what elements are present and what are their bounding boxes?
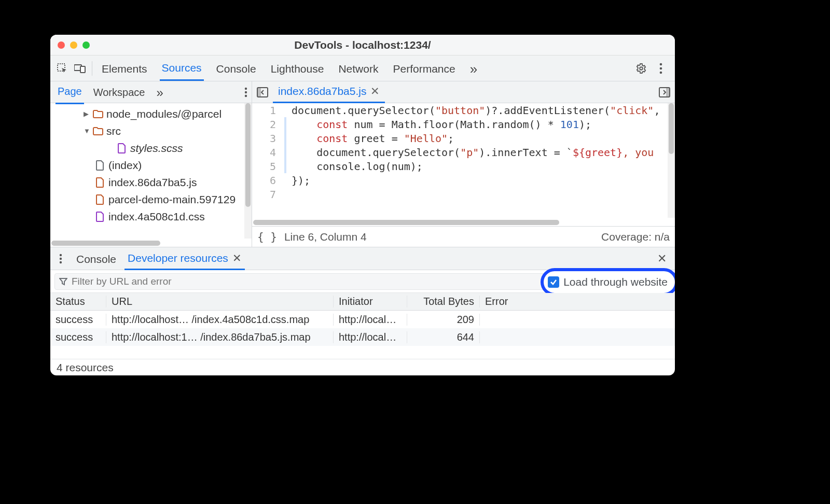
toggle-sidebar-icon[interactable]: [657, 85, 672, 100]
kebab-menu-icon[interactable]: [652, 60, 670, 77]
format-button[interactable]: { }: [257, 231, 277, 243]
window-controls: [50, 41, 90, 49]
col-url[interactable]: URL: [106, 296, 334, 307]
file-js-icon: [95, 194, 105, 205]
exec-marker: [284, 187, 286, 201]
file-css-icon: [95, 212, 105, 222]
code-text: });: [292, 174, 310, 187]
line-number: 2: [252, 118, 284, 131]
load-through-website-highlight: Load through website: [541, 268, 675, 296]
svg-point-8: [245, 91, 247, 93]
nav-tabs-overflow-icon[interactable]: »: [154, 80, 165, 105]
svg-rect-11: [257, 88, 261, 97]
code-line[interactable]: 5 console.log(num);: [252, 159, 675, 173]
tree-label: parcel-demo-main.597129: [108, 193, 236, 206]
cell-bytes: 644: [407, 331, 480, 343]
code-line[interactable]: 6});: [252, 173, 675, 187]
drawer-close-icon[interactable]: ✕: [657, 252, 672, 265]
col-status[interactable]: Status: [50, 296, 106, 307]
tab-network[interactable]: Network: [336, 57, 380, 80]
tree-item[interactable]: parcel-demo-main.597129: [50, 191, 252, 208]
tree-label: index.86da7ba5.js: [108, 176, 197, 189]
line-number: 3: [252, 132, 284, 145]
col-initiator[interactable]: Initiator: [334, 296, 407, 307]
devtools-window: DevTools - localhost:1234/ Elements Sour…: [50, 35, 675, 375]
minimize-window-button[interactable]: [70, 41, 77, 49]
code-line[interactable]: 3 const greet = "Hello";: [252, 131, 675, 145]
table-row[interactable]: successhttp://localhost… /index.4a508c1d…: [50, 311, 675, 328]
tree-item[interactable]: (index): [50, 157, 252, 174]
device-toolbar-icon[interactable]: [71, 60, 89, 77]
resources-table: Status URL Initiator Total Bytes Error s…: [50, 293, 675, 359]
nav-hscrollbar[interactable]: [50, 240, 252, 247]
table-row[interactable]: successhttp://localhost:1… /index.86da7b…: [50, 328, 675, 346]
nav-tab-workspace[interactable]: Workspace: [91, 81, 147, 103]
tree-label: index.4a508c1d.css: [108, 211, 205, 223]
tree-item[interactable]: ▼src: [50, 122, 252, 139]
col-error[interactable]: Error: [480, 296, 675, 307]
close-tab-icon[interactable]: ✕: [370, 85, 380, 97]
nav-vscrollbar[interactable]: [244, 103, 252, 239]
col-bytes[interactable]: Total Bytes: [407, 296, 480, 307]
code-line[interactable]: 2 const num = Math.floor(Math.random() *…: [252, 117, 675, 131]
code-text: const greet = "Hello";: [292, 132, 454, 145]
tree-label: node_modules/@parcel: [106, 108, 222, 120]
expand-arrow-icon[interactable]: ▼: [84, 127, 90, 135]
sources-panel: Page Workspace » ▶node_modules/@parcel▼s…: [50, 81, 675, 247]
tree-label: styles.scss: [130, 142, 183, 155]
cell-initiator: http://local…: [334, 331, 407, 343]
tree-item[interactable]: ▶node_modules/@parcel: [50, 105, 252, 122]
exec-marker: [284, 173, 286, 187]
tab-sources[interactable]: Sources: [160, 56, 204, 81]
tabs-overflow-icon[interactable]: »: [468, 57, 479, 80]
exec-marker: [284, 103, 286, 117]
editor-hscrollbar[interactable]: [252, 219, 668, 226]
tab-elements[interactable]: Elements: [100, 57, 149, 80]
drawer-tab-devres[interactable]: Developer resources ✕: [125, 247, 245, 270]
file-icon: [95, 160, 105, 171]
divider: [92, 61, 92, 76]
exec-marker: [284, 145, 286, 159]
coverage-status: Coverage: n/a: [601, 231, 670, 243]
line-number: 5: [252, 160, 284, 173]
tree-item[interactable]: styles.scss: [50, 139, 252, 157]
svg-point-4: [660, 63, 662, 65]
navigator-tabs: Page Workspace »: [50, 81, 252, 103]
toggle-nav-icon[interactable]: [255, 85, 270, 100]
drawer-tab-close-icon[interactable]: ✕: [232, 252, 242, 264]
cell-bytes: 209: [407, 314, 480, 326]
svg-point-14: [60, 254, 62, 256]
drawer-filter-row: Load through website: [50, 270, 675, 293]
svg-point-15: [60, 257, 62, 259]
code-line[interactable]: 7: [252, 187, 675, 201]
file-tree[interactable]: ▶node_modules/@parcel▼srcstyles.scss(ind…: [50, 103, 252, 247]
nav-more-icon[interactable]: [244, 87, 252, 97]
settings-icon[interactable]: [632, 60, 650, 77]
cell-url: http://localhost:1… /index.86da7ba5.js.m…: [106, 331, 334, 343]
load-through-website-checkbox[interactable]: [548, 276, 559, 288]
editor-vscrollbar[interactable]: [668, 103, 675, 218]
expand-arrow-icon[interactable]: ▶: [84, 110, 90, 118]
tab-performance[interactable]: Performance: [391, 57, 457, 80]
editor-statusbar: { } Line 6, Column 4 Coverage: n/a: [252, 226, 675, 247]
inspect-element-icon[interactable]: [53, 60, 71, 77]
titlebar: DevTools - localhost:1234/: [50, 35, 675, 55]
code-line[interactable]: 4 document.querySelector("p").innerText …: [252, 145, 675, 159]
editor-tab-active[interactable]: index.86da7ba5.js ✕: [273, 81, 385, 103]
nav-tab-page[interactable]: Page: [56, 80, 84, 104]
editor-pane: index.86da7ba5.js ✕ 1document.querySelec…: [252, 81, 675, 247]
tab-console[interactable]: Console: [214, 57, 258, 80]
code-editor[interactable]: 1document.querySelector("button")?.addEv…: [252, 103, 675, 226]
tab-lighthouse[interactable]: Lighthouse: [269, 57, 326, 80]
tree-item[interactable]: index.4a508c1d.css: [50, 208, 252, 225]
code-text: console.log(num);: [292, 160, 423, 173]
fullscreen-window-button[interactable]: [82, 41, 90, 49]
cursor-position: Line 6, Column 4: [284, 231, 367, 243]
code-line[interactable]: 1document.querySelector("button")?.addEv…: [252, 103, 675, 117]
close-window-button[interactable]: [58, 41, 65, 49]
tree-item[interactable]: index.86da7ba5.js: [50, 174, 252, 191]
svg-point-7: [245, 87, 247, 89]
drawer-more-icon[interactable]: [53, 250, 68, 268]
cell-status: success: [50, 314, 106, 326]
drawer-tab-console[interactable]: Console: [73, 248, 119, 269]
